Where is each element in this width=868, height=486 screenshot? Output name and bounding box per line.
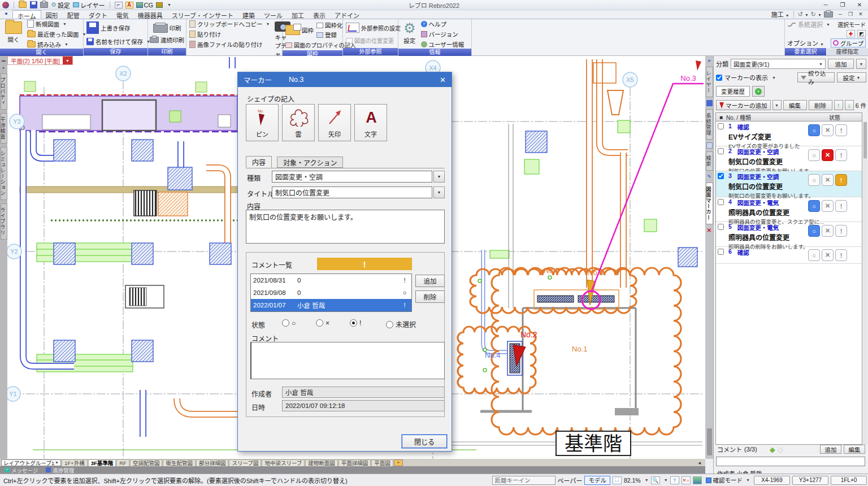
pin-strip-icon[interactable]: ➤ <box>706 58 713 64</box>
sheet-tab-5[interactable]: 衛生配管図 <box>163 459 196 466</box>
import-button[interactable]: 読み込み▼ <box>27 40 86 49</box>
shape-cloud-button[interactable]: 雲 <box>282 104 315 141</box>
class-select[interactable]: 図面変更(9/1)▼ <box>731 59 826 69</box>
sheet-tab-3[interactable]: RF <box>116 459 129 466</box>
option-dropdown[interactable]: オプション▼ <box>787 38 824 47</box>
edit-marker-button[interactable]: 編集 <box>783 100 807 110</box>
select-all-icon[interactable]: ■ <box>716 114 726 120</box>
filter-button[interactable]: 絞り込み <box>797 72 835 83</box>
drawing-position-button[interactable]: 図面の位置変更 <box>346 36 394 45</box>
magnifier-dropdown-icon[interactable]: ▼ <box>664 478 668 482</box>
tab-duct[interactable]: ダクト <box>84 10 112 19</box>
title-dropdown-icon[interactable]: ▼ <box>433 186 445 198</box>
add-dropdown-icon[interactable]: ▼ <box>856 59 866 69</box>
radio-warn-selected[interactable]: ! <box>350 319 361 327</box>
distance-keyin-input[interactable] <box>492 476 555 485</box>
comment-delete-button[interactable]: 削除 <box>415 290 445 303</box>
tab-view[interactable]: 表示 <box>309 10 330 19</box>
state-ng[interactable]: ✕ <box>822 124 834 136</box>
frame-create-button[interactable]: 図枠化 <box>316 21 343 29</box>
marker-row-1[interactable]: 1確認 EVサイズ変更 EVサイズの変更がありました ○✕! <box>716 122 862 146</box>
image-status-icon[interactable] <box>693 476 702 484</box>
state-ok[interactable]: ○ <box>808 124 820 136</box>
tab-change-history[interactable]: 変更履歴 <box>716 86 750 97</box>
state-ng[interactable]: ✕ <box>822 174 834 186</box>
state-ng[interactable]: ✕ <box>822 200 834 212</box>
panel-scrollbar[interactable] <box>863 122 867 445</box>
tab-tools[interactable]: ツール <box>259 10 287 19</box>
save-icon[interactable] <box>29 2 37 8</box>
tab-progress[interactable]: 進捗管理 <box>46 466 74 474</box>
zoom-level[interactable]: 82.1% <box>624 477 641 484</box>
dialog-tab-content[interactable]: 内容 <box>246 156 272 168</box>
comment-listbox[interactable]: 2021/08/310! 2021/09/080○ 2022/01/07小倉 哲… <box>250 274 412 312</box>
marker-label-no3-canvas[interactable]: No.3 <box>588 268 603 277</box>
radio-ok[interactable]: ○ <box>282 319 296 327</box>
help-button[interactable]: ?ヘルプ <box>421 20 465 28</box>
content-textarea[interactable]: 制気口の位置変更をお願いします。 <box>246 210 445 244</box>
state-ng[interactable]: ✕ <box>822 225 834 237</box>
open-icon[interactable] <box>19 2 27 8</box>
dialog-comment-textarea[interactable] <box>250 342 445 379</box>
paste-image-button[interactable]: 画像ファイルの貼り付け <box>189 40 270 49</box>
measure-icon[interactable]: ⌐ <box>115 2 123 8</box>
tab-system-manage[interactable]: 系統管理 <box>706 109 713 140</box>
frame-button[interactable]: 図枠 <box>285 25 314 35</box>
group-toggle-button[interactable]: グループ <box>831 38 866 47</box>
panel-add-button[interactable]: 追加 <box>828 59 854 69</box>
prev-comment-icon[interactable]: ◆ <box>770 446 775 453</box>
mode-coordinate[interactable]: 座標指定 <box>826 48 868 55</box>
tab-layer[interactable]: レイヤー <box>706 67 713 97</box>
comment-add-button[interactable]: 追加 <box>415 275 445 287</box>
text-tool-icon[interactable]: A <box>125 2 133 8</box>
tab-message[interactable]: −メッセージ <box>5 466 38 474</box>
close-panel-icon[interactable]: ✕ <box>707 227 711 233</box>
add-marker-dropdown[interactable]: ▼ <box>772 100 782 110</box>
row4-checkbox[interactable] <box>718 199 724 205</box>
model-toggle[interactable]: モデル <box>584 476 610 485</box>
dialog-tab-action[interactable]: 対象・アクション <box>277 157 343 168</box>
confirm-mode-select[interactable]: 確認モード▼ <box>704 476 752 484</box>
state-warn[interactable]: ! <box>835 225 847 237</box>
expand-icon[interactable]: ▸ <box>3 66 5 70</box>
fit-view-icon[interactable]: ⛶ <box>613 476 622 484</box>
tab-new-history-icon[interactable]: + <box>752 86 765 97</box>
type-dropdown-icon[interactable]: ▼ <box>433 171 445 183</box>
tab-shape[interactable]: 図形 <box>41 10 63 19</box>
settings-big-button[interactable]: ⚙設定 <box>401 20 418 46</box>
duct-orange-2[interactable] <box>600 59 628 153</box>
select-mode-icon[interactable]: ◩ <box>857 30 866 37</box>
comment-row-2[interactable]: 2021/09/080○ <box>251 287 411 299</box>
state-warn[interactable]: ! <box>835 174 847 186</box>
shape-text-button[interactable]: A 文字 <box>354 104 387 141</box>
tab-sleeve[interactable]: スリーブ・インサート <box>167 10 238 19</box>
fan-unit[interactable] <box>125 285 164 308</box>
state-warn[interactable]: ! <box>835 124 847 136</box>
quick-print-icon[interactable] <box>824 11 833 18</box>
marker-row-6[interactable]: 6確認 ○✕! <box>716 247 862 264</box>
tab-library[interactable]: ライブラリ <box>1 203 7 240</box>
row5-checkbox[interactable] <box>718 224 724 230</box>
tab-scroll-left-icon[interactable]: ◂ <box>698 460 701 466</box>
marker-leader-label[interactable]: No.3 <box>680 74 696 83</box>
tab-search[interactable]: 検索 <box>706 151 713 171</box>
print-button[interactable]: 印刷 <box>153 24 181 33</box>
view-label-tab[interactable]: 平面(2) 1/50 [平面] ▼ <box>7 56 73 65</box>
paste-button[interactable]: 貼り付け <box>189 30 270 38</box>
xref-settings-button[interactable]: 外部参照の設定 <box>346 23 401 33</box>
tab-drawing-marker[interactable]: 図面マーカー <box>706 183 713 224</box>
add-marker-button[interactable]: マーカーの追加 <box>716 100 771 110</box>
sheet-tab-9[interactable]: 建物断面図 <box>305 459 338 466</box>
tab-piping[interactable]: 配管 <box>63 10 84 19</box>
marker-row-5[interactable]: 5図面変更・電気 照明器具の位置変更 照明器具の削除をお願いします。 ○✕! <box>716 222 862 247</box>
mini-pin-icon[interactable] <box>696 60 701 71</box>
print-icon[interactable] <box>40 2 48 8</box>
save-as-button[interactable]: 名前を付けて保存▼ <box>86 37 150 46</box>
tab-properties[interactable]: プロパティ <box>1 73 7 110</box>
minimize-button[interactable]: ─ <box>817 0 834 10</box>
magnifier-icon[interactable]: 🔍 <box>651 476 660 484</box>
maximize-button[interactable]: ❐ <box>834 0 851 10</box>
sheet-tab-1[interactable]: 1F+外構 <box>62 459 88 466</box>
marker-label-no2[interactable]: No.2 <box>520 330 537 339</box>
state-ok[interactable]: ○ <box>808 249 820 261</box>
